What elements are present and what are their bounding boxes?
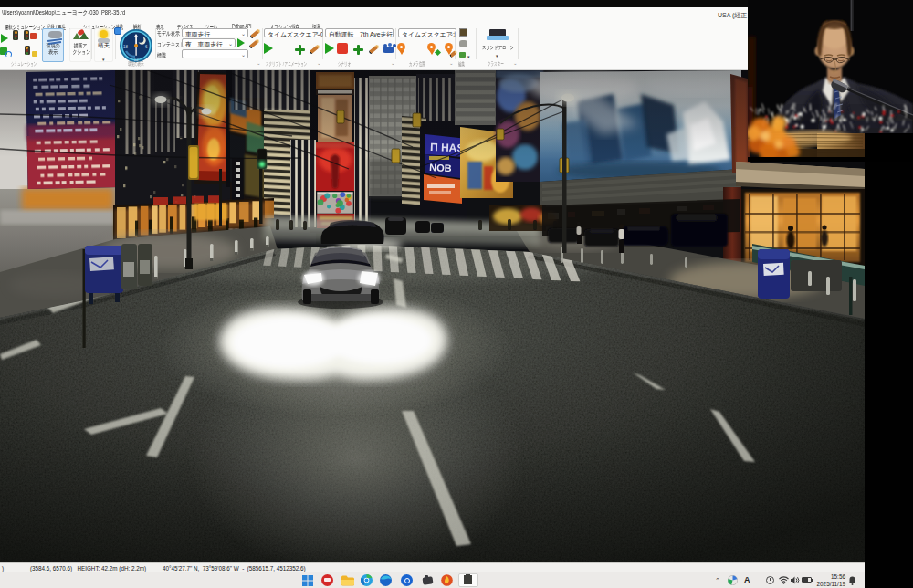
svg-text:NOB: NOB bbox=[429, 162, 452, 173]
svg-text:18: 18 bbox=[123, 45, 129, 49]
